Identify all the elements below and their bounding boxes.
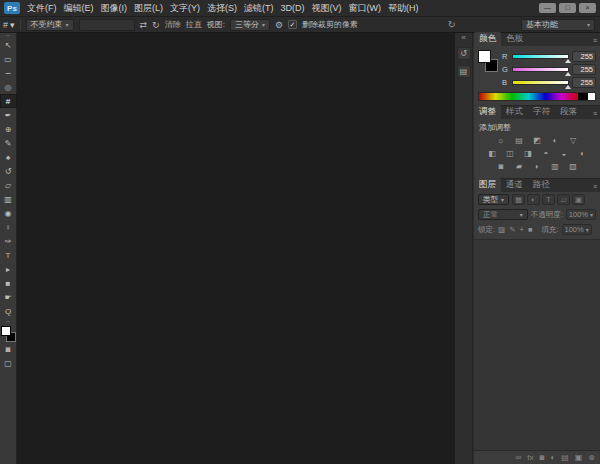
panel-menu-icon[interactable]: ≡ xyxy=(593,183,600,192)
type-tool[interactable]: T xyxy=(0,248,17,262)
straighten-button[interactable]: 拉直 xyxy=(186,19,202,30)
gear-icon[interactable]: ⚙ xyxy=(275,20,283,30)
gradient-tool[interactable]: ▥ xyxy=(0,192,17,206)
history-brush-tool[interactable]: ↺ xyxy=(0,164,17,178)
green-value-field[interactable]: 255 xyxy=(572,64,596,75)
link-layers-icon[interactable]: ∞ xyxy=(516,451,522,464)
layer-style-icon[interactable]: fx xyxy=(527,451,533,464)
filter-pixel-layers-icon[interactable]: ▦ xyxy=(512,194,525,205)
eraser-tool[interactable]: ▱ xyxy=(0,178,17,192)
lock-all-icon[interactable]: ■ xyxy=(528,225,533,234)
posterize-icon[interactable]: ▰ xyxy=(513,161,526,172)
red-value-field[interactable]: 255 xyxy=(572,51,596,62)
tab-channels[interactable]: 通道 xyxy=(501,178,528,192)
lock-position-icon[interactable]: + xyxy=(519,225,523,234)
invert-icon[interactable]: ◙ xyxy=(495,161,508,172)
tab-styles[interactable]: 样式 xyxy=(501,105,528,119)
slider-thumb[interactable] xyxy=(565,85,571,89)
rectangular-marquee-tool[interactable]: ▭ xyxy=(0,52,17,66)
panel-menu-icon[interactable]: ≡ xyxy=(593,110,600,119)
clear-button[interactable]: 清除 xyxy=(165,19,181,30)
menu-item[interactable]: 视图(V) xyxy=(312,2,342,15)
vibrance-icon[interactable]: ▽ xyxy=(567,135,580,146)
menu-item[interactable]: 文字(Y) xyxy=(170,2,200,15)
workspace-switcher-button[interactable]: 基本功能 ▾ xyxy=(521,19,595,31)
filter-type-layers-icon[interactable]: T xyxy=(542,194,555,205)
refresh-icon[interactable]: ↻ xyxy=(448,19,456,30)
tab-color[interactable]: 颜色 xyxy=(474,32,501,46)
menu-item[interactable]: 3D(D) xyxy=(281,3,305,13)
color-lookup-icon[interactable]: ◖ xyxy=(576,148,589,159)
spot-healing-brush-tool[interactable]: ⊕ xyxy=(0,122,17,136)
tool-preset-picker[interactable]: # ▾ xyxy=(3,20,15,30)
curves-icon[interactable]: ◩ xyxy=(531,135,544,146)
crop-tool[interactable]: # xyxy=(0,94,17,108)
dodge-tool[interactable]: ♀ xyxy=(0,220,17,234)
minimize-button[interactable]: — xyxy=(539,3,556,13)
brightness-contrast-icon[interactable]: ☼ xyxy=(495,135,508,146)
hand-tool[interactable]: ☛ xyxy=(0,290,17,304)
pen-tool[interactable]: ✑ xyxy=(0,234,17,248)
path-selection-tool[interactable]: ▸ xyxy=(0,262,17,276)
rainbow-ramp[interactable] xyxy=(479,93,578,100)
brush-tool[interactable]: ✎ xyxy=(0,136,17,150)
eyedropper-tool[interactable]: ✒ xyxy=(0,108,17,122)
crop-ratio-field[interactable] xyxy=(79,19,135,31)
tab-character[interactable]: 字符 xyxy=(528,105,555,119)
tab-paths[interactable]: 路径 xyxy=(528,178,555,192)
menu-item[interactable]: 滤镜(T) xyxy=(244,2,274,15)
red-slider[interactable] xyxy=(512,54,569,59)
crop-overlay-dropdown[interactable]: 三等分 ▾ xyxy=(230,19,270,31)
menu-item[interactable]: 窗口(W) xyxy=(349,2,382,15)
slider-thumb[interactable] xyxy=(565,72,571,76)
close-button[interactable]: × xyxy=(579,3,596,13)
menu-item[interactable]: 图像(I) xyxy=(101,2,128,15)
color-spectrum-ramp[interactable] xyxy=(478,92,596,101)
rotate-crop-icon[interactable]: ↻ xyxy=(152,20,160,30)
fill-field[interactable]: 100% ▾ xyxy=(562,224,592,235)
threshold-icon[interactable]: ◗ xyxy=(531,161,544,172)
maximize-button[interactable]: □ xyxy=(559,3,576,13)
history-panel-icon[interactable]: ↺ xyxy=(457,47,471,60)
delete-cropped-pixels-checkbox[interactable]: ✓ xyxy=(288,20,297,29)
tab-layers[interactable]: 图层 xyxy=(474,178,501,192)
filter-shape-layers-icon[interactable]: ▱ xyxy=(557,194,570,205)
tab-paragraph[interactable]: 段落 xyxy=(555,105,582,119)
opacity-field[interactable]: 100% ▾ xyxy=(566,209,596,220)
layer-list-area[interactable] xyxy=(474,239,600,450)
filter-smart-objects-icon[interactable]: ▣ xyxy=(572,194,585,205)
white-ramp-end[interactable] xyxy=(588,93,595,100)
new-group-icon[interactable]: ▤ xyxy=(561,451,569,464)
swap-dimensions-icon[interactable]: ⇄ xyxy=(140,20,148,30)
channel-mixer-icon[interactable]: ◒ xyxy=(558,148,571,159)
levels-icon[interactable]: ▤ xyxy=(513,135,526,146)
quick-selection-tool[interactable]: ◎ xyxy=(0,80,17,94)
menu-item[interactable]: 帮助(H) xyxy=(388,2,419,15)
move-tool[interactable]: ↖ xyxy=(0,38,17,52)
zoom-tool[interactable]: Q xyxy=(0,304,17,318)
screen-mode-button[interactable]: ▢ xyxy=(0,356,17,370)
hue-saturation-icon[interactable]: ◧ xyxy=(486,148,499,159)
blur-tool[interactable]: ◉ xyxy=(0,206,17,220)
gradient-map-icon[interactable]: ▥ xyxy=(549,161,562,172)
tab-adjustments[interactable]: 调整 xyxy=(474,105,501,119)
exposure-icon[interactable]: ◐ xyxy=(549,135,562,146)
foreground-color-swatch[interactable] xyxy=(1,326,11,336)
swap-colors-icon[interactable]: ↔ xyxy=(5,318,11,325)
menu-item[interactable]: 图层(L) xyxy=(134,2,163,15)
canvas-area[interactable] xyxy=(18,33,455,464)
clone-stamp-tool[interactable]: ♠ xyxy=(0,150,17,164)
filter-adjustment-layers-icon[interactable]: ◐ xyxy=(527,194,540,205)
menu-item[interactable]: 编辑(E) xyxy=(64,2,94,15)
new-layer-icon[interactable]: ▣ xyxy=(575,451,583,464)
blue-slider[interactable] xyxy=(512,80,569,85)
new-adjustment-layer-icon[interactable]: ◐ xyxy=(550,451,555,464)
lasso-tool[interactable]: ∽ xyxy=(0,66,17,80)
tab-swatches[interactable]: 色板 xyxy=(501,32,528,46)
green-slider[interactable] xyxy=(512,67,569,72)
black-white-icon[interactable]: ◨ xyxy=(522,148,535,159)
selective-color-icon[interactable]: ▧ xyxy=(567,161,580,172)
blue-value-field[interactable]: 255 xyxy=(572,77,596,88)
expand-panels-icon[interactable]: « xyxy=(455,33,472,42)
color-balance-icon[interactable]: ◫ xyxy=(504,148,517,159)
